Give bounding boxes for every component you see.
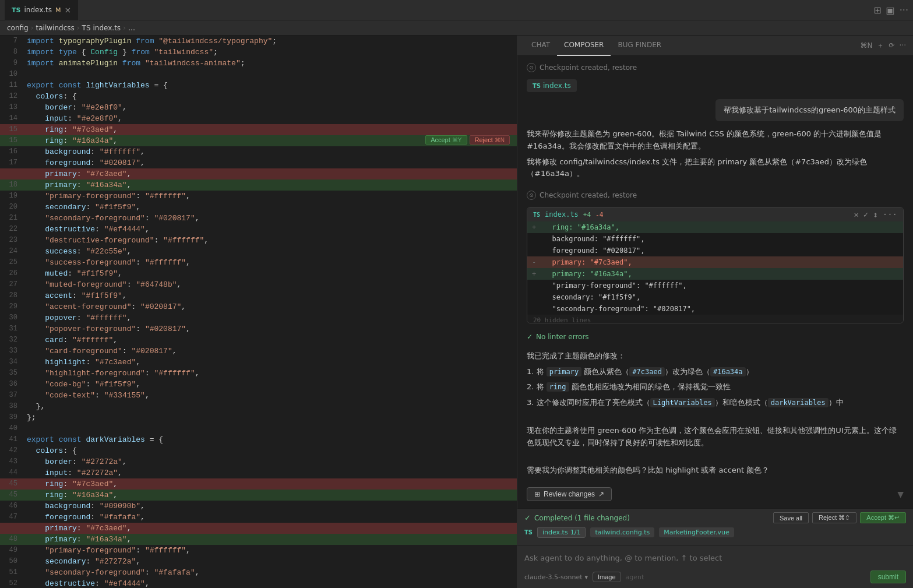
editor-line-50: 50 secondary: "#27272a", (0, 556, 517, 567)
diff-line-6: "primary-foreground": "#ffffff", (527, 280, 903, 291)
editor-content[interactable]: 7 import typographyPlugin from "@tailwin… (0, 36, 517, 588)
panel-tabs: CHAT COMPOSER BUG FINDER ⌘N ＋ ⟳ ··· (517, 36, 913, 56)
diff-badge-add: +4 (583, 211, 591, 219)
editor-line-16: 16 background: "#ffffff", (0, 146, 517, 157)
completion-check-icon: ✓ (524, 513, 531, 522)
editor-line-30: 30 popover: "#ffffff", (0, 312, 517, 323)
diff-check-icon[interactable]: ✓ (863, 210, 868, 219)
model-selector[interactable]: claude-3.5-sonnet ▾ (524, 573, 588, 581)
editor-line-41: 41 export const darkVariables = { (0, 434, 517, 445)
review-icon: ⊞ (534, 490, 540, 498)
editor-line-13: 13 border: "#e2e8f0", (0, 102, 517, 113)
diff-line-1: + ring: "#16a34a", (527, 221, 903, 233)
scroll-to-bottom-icon[interactable]: ▼ (897, 490, 904, 499)
add-composer-icon[interactable]: ＋ (877, 41, 884, 51)
tab-composer[interactable]: COMPOSER (557, 36, 611, 56)
diff-block: TS index.ts +4 -4 ✕ ✓ ↕ ··· + ring: "#16… (527, 207, 904, 323)
save-all-button[interactable]: Save all (773, 512, 809, 523)
editor-line-10: 10 (0, 69, 517, 80)
image-button[interactable]: Image (593, 572, 621, 582)
input-footer: claude-3.5-sonnet ▾ Image agent submit (524, 571, 906, 583)
editor-line-12: 12 colors: { (0, 91, 517, 102)
editor-line-29: 29 "accent-foreground": "#020817", (0, 301, 517, 312)
editor-line-36: 36 "code-bg": "#f1f5f9", (0, 379, 517, 390)
editor-line-25: 25 "success-foreground": "#ffffff", (0, 257, 517, 268)
more-actions-icon[interactable]: ··· (900, 5, 908, 16)
accept-all-button[interactable]: Accept ⌘↵ (860, 512, 906, 523)
editor-line-34: 34 highlight: "#7c3aed", (0, 357, 517, 368)
input-footer-left: claude-3.5-sonnet ▾ Image agent (524, 572, 644, 582)
accept-change-button[interactable]: Accept ⌘Y (425, 135, 467, 145)
review-changes-button[interactable]: ⊞ Review changes ↗ (527, 487, 612, 501)
checkpoint-1-label: Checkpoint created, restore (540, 64, 637, 72)
editor-line-9: 9 import animatePlugin from "tailwindcss… (0, 58, 517, 69)
diff-close-icon[interactable]: ✕ (854, 210, 858, 219)
editor-line-32: 32 card: "#ffffff", (0, 335, 517, 346)
breadcrumb-tailwindcss: tailwindcss (36, 24, 75, 32)
review-changes-label: Review changes (544, 490, 595, 498)
file-chip-marketing[interactable]: MarketingFooter.vue (659, 527, 734, 537)
editor-line-48-add: 48 primary: "#16a34a", (0, 534, 517, 545)
main-layout: 7 import typographyPlugin from "@tailwin… (0, 36, 913, 588)
editor-line-7: 7 import typographyPlugin from "@tailwin… (0, 36, 517, 47)
editor-line-39: 39 }; (0, 412, 517, 423)
editor-line-18-add: 18 primary: "#16a34a", (0, 179, 517, 191)
tab-filename: index.ts (24, 6, 52, 14)
editor-line-26: 26 muted: "#f1f5f9", (0, 268, 517, 279)
editor-line-35: 35 "highlight-foreground": "#ffffff", (0, 368, 517, 379)
chat-input[interactable] (524, 550, 906, 566)
close-tab-button[interactable]: × (65, 5, 72, 15)
editor-line-22: 22 destructive: "#ef4444", (0, 224, 517, 235)
completion-message: 我已完成了主题颜色的修改： 1. 将 primary 颜色从紫色（#7c3aed… (527, 350, 904, 480)
submit-button[interactable]: submit (870, 571, 906, 583)
editor-line-40: 40 (0, 423, 517, 434)
editor-line-52: 52 destructive: "#ef4444", (0, 578, 517, 588)
editor-line-19: 19 "primary-foreground": "#ffffff", (0, 191, 517, 202)
linter-check: ✓ No linter errors (527, 330, 904, 343)
ts-diff-icon: TS (533, 212, 540, 218)
diff-line-4: - primary: "#7c3aed", (527, 256, 903, 268)
completion-status: ✓ Completed (1 file changed) Save all Re… (524, 512, 906, 523)
file-chip-tailwind-name: tailwind.config.ts (595, 529, 650, 536)
more-panel-icon[interactable]: ··· (900, 41, 906, 50)
editor-line-45-del: 45 ring: "#7c3aed", (0, 478, 517, 490)
editor-line-23: 23 "destructive-foreground": "#ffffff", (0, 235, 517, 246)
editor-line-15-del: 15 ring: "#7c3aed", (0, 124, 517, 135)
tab-chat[interactable]: CHAT (524, 36, 557, 56)
tab-actions: ⊞ ▣ ··· (873, 5, 908, 16)
checkpoint-icon: ⊙ (527, 63, 536, 72)
ts-icon-small: TS (524, 529, 533, 536)
breadcrumb-file: index.ts (93, 24, 121, 32)
modified-indicator: M (55, 6, 61, 14)
file-chip-index[interactable]: index.ts 1/1 (537, 527, 586, 538)
tab-bug-finder[interactable]: BUG FINDER (611, 36, 668, 56)
ts-file-icon: TS (533, 83, 541, 89)
split-editor-icon[interactable]: ⊞ (873, 5, 881, 16)
top-bar: TS index.ts M × ⊞ ▣ ··· (0, 0, 913, 20)
file-chip-tailwind[interactable]: tailwind.config.ts (590, 527, 654, 537)
history-icon[interactable]: ⟳ (889, 41, 894, 50)
diff-line-3: foreground: "#020817", (527, 245, 903, 256)
model-name: claude-3.5-sonnet (524, 573, 582, 581)
layout-icon[interactable]: ▣ (886, 5, 895, 16)
reject-change-button[interactable]: Reject ⌘N (470, 135, 510, 145)
editor-tab[interactable]: TS index.ts M × (5, 0, 79, 20)
editor-line-28: 28 accent: "#f1f5f9", (0, 290, 517, 301)
chat-area[interactable]: ⊙ Checkpoint created, restore TS index.t… (517, 56, 913, 508)
diff-more-icon[interactable]: ··· (883, 210, 897, 219)
editor-line-17: 17 foreground: "#020817", (0, 157, 517, 168)
editor-line-46: 46 background: "#09090b", (0, 501, 517, 512)
editor-line-44: 44 input: "#27272a", (0, 467, 517, 478)
checkpoint-2: ⊙ Checkpoint created, restore (527, 191, 904, 200)
editor-line-38: 38 }, (0, 401, 517, 412)
editor-line-24: 24 success: "#22c55e", (0, 246, 517, 257)
diff-expand-icon[interactable]: ↕ (873, 210, 877, 219)
diff-line-5: + primary: "#16a34a", (527, 268, 903, 280)
editor-line-31: 31 "popover-foreground": "#020817", (0, 323, 517, 335)
editor-line-37: 37 "code-text": "#334155", (0, 390, 517, 401)
reject-all-button[interactable]: Reject ⌘⇧ (812, 512, 856, 523)
file-ref-name: index.ts (543, 82, 571, 90)
editor-line-45-add: 45 ring: "#16a34a", (0, 490, 517, 501)
editor-line-47-del: primary: "#7c3aed", (0, 523, 517, 534)
editor-line-33: 33 "card-foreground": "#020817", (0, 346, 517, 357)
